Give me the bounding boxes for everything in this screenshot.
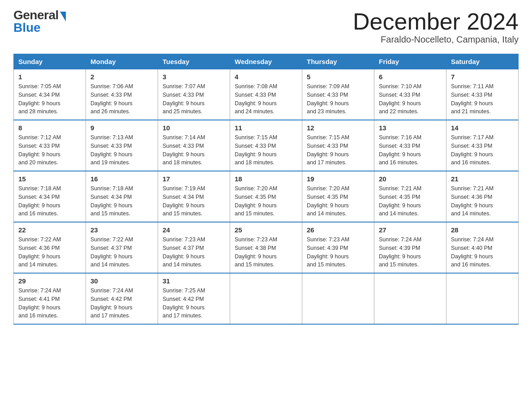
logo-blue-text: Blue [13, 21, 66, 34]
day-number: 19 [307, 175, 369, 183]
day-number: 15 [18, 175, 81, 183]
page-header: General Blue December 2024 Faraldo-Nocel… [13, 9, 519, 45]
day-number: 18 [235, 175, 297, 183]
calendar-cell [302, 273, 374, 324]
header-day-monday: Monday [86, 54, 158, 69]
header-day-saturday: Saturday [446, 54, 519, 69]
month-title: December 2024 [353, 9, 519, 34]
day-info: Sunrise: 7:24 AM Sunset: 4:40 PM Dayligh… [451, 235, 514, 269]
day-number: 10 [163, 124, 225, 132]
day-number: 22 [18, 226, 81, 234]
calendar-cell [374, 273, 446, 324]
header-day-sunday: Sunday [14, 54, 86, 69]
day-number: 8 [18, 124, 81, 132]
day-info: Sunrise: 7:24 AM Sunset: 4:42 PM Dayligh… [90, 287, 153, 320]
day-number: 21 [451, 175, 514, 183]
calendar-cell: 18 Sunrise: 7:20 AM Sunset: 4:35 PM Dayl… [230, 171, 302, 222]
calendar-week-4: 22 Sunrise: 7:22 AM Sunset: 4:36 PM Dayl… [14, 222, 519, 273]
day-info: Sunrise: 7:08 AM Sunset: 4:33 PM Dayligh… [235, 82, 297, 116]
day-number: 17 [163, 175, 225, 183]
day-number: 1 [18, 73, 81, 81]
calendar-cell: 30 Sunrise: 7:24 AM Sunset: 4:42 PM Dayl… [86, 273, 158, 324]
day-info: Sunrise: 7:20 AM Sunset: 4:35 PM Dayligh… [307, 184, 369, 218]
calendar-cell: 10 Sunrise: 7:14 AM Sunset: 4:33 PM Dayl… [158, 120, 230, 171]
header-day-friday: Friday [374, 54, 446, 69]
calendar-cell: 27 Sunrise: 7:24 AM Sunset: 4:39 PM Dayl… [374, 222, 446, 273]
calendar-cell: 9 Sunrise: 7:13 AM Sunset: 4:33 PM Dayli… [86, 120, 158, 171]
day-number: 6 [379, 73, 442, 81]
calendar-cell: 5 Sunrise: 7:09 AM Sunset: 4:33 PM Dayli… [302, 69, 374, 120]
day-number: 28 [451, 226, 514, 234]
calendar-cell: 24 Sunrise: 7:23 AM Sunset: 4:37 PM Dayl… [158, 222, 230, 273]
calendar-cell: 3 Sunrise: 7:07 AM Sunset: 4:33 PM Dayli… [158, 69, 230, 120]
day-info: Sunrise: 7:11 AM Sunset: 4:33 PM Dayligh… [451, 82, 514, 116]
day-number: 5 [307, 73, 369, 81]
day-info: Sunrise: 7:23 AM Sunset: 4:37 PM Dayligh… [163, 235, 225, 269]
calendar-cell: 6 Sunrise: 7:10 AM Sunset: 4:33 PM Dayli… [374, 69, 446, 120]
calendar-cell: 17 Sunrise: 7:19 AM Sunset: 4:34 PM Dayl… [158, 171, 230, 222]
day-info: Sunrise: 7:16 AM Sunset: 4:33 PM Dayligh… [379, 133, 442, 167]
day-info: Sunrise: 7:20 AM Sunset: 4:35 PM Dayligh… [235, 184, 297, 218]
calendar-cell: 14 Sunrise: 7:17 AM Sunset: 4:33 PM Dayl… [446, 120, 519, 171]
day-number: 24 [163, 226, 225, 234]
day-info: Sunrise: 7:10 AM Sunset: 4:33 PM Dayligh… [379, 82, 442, 116]
calendar-cell: 11 Sunrise: 7:15 AM Sunset: 4:33 PM Dayl… [230, 120, 302, 171]
calendar-cell: 13 Sunrise: 7:16 AM Sunset: 4:33 PM Dayl… [374, 120, 446, 171]
calendar-cell: 26 Sunrise: 7:23 AM Sunset: 4:39 PM Dayl… [302, 222, 374, 273]
header-day-thursday: Thursday [302, 54, 374, 69]
day-info: Sunrise: 7:13 AM Sunset: 4:33 PM Dayligh… [90, 133, 153, 167]
day-number: 13 [379, 124, 442, 132]
day-info: Sunrise: 7:17 AM Sunset: 4:33 PM Dayligh… [451, 133, 514, 167]
day-info: Sunrise: 7:15 AM Sunset: 4:33 PM Dayligh… [307, 133, 369, 167]
day-number: 23 [90, 226, 153, 234]
day-number: 3 [163, 73, 225, 81]
title-area: December 2024 Faraldo-Nocelleto, Campani… [353, 9, 519, 45]
day-number: 31 [163, 277, 225, 285]
day-info: Sunrise: 7:07 AM Sunset: 4:33 PM Dayligh… [163, 82, 225, 116]
calendar-cell: 22 Sunrise: 7:22 AM Sunset: 4:36 PM Dayl… [14, 222, 86, 273]
day-number: 12 [307, 124, 369, 132]
day-info: Sunrise: 7:05 AM Sunset: 4:34 PM Dayligh… [18, 82, 81, 116]
day-info: Sunrise: 7:09 AM Sunset: 4:33 PM Dayligh… [307, 82, 369, 116]
calendar-header: SundayMondayTuesdayWednesdayThursdayFrid… [14, 54, 519, 69]
calendar-cell: 21 Sunrise: 7:21 AM Sunset: 4:36 PM Dayl… [446, 171, 519, 222]
calendar-week-2: 8 Sunrise: 7:12 AM Sunset: 4:33 PM Dayli… [14, 120, 519, 171]
day-number: 2 [90, 73, 153, 81]
day-number: 30 [90, 277, 153, 285]
calendar-cell: 2 Sunrise: 7:06 AM Sunset: 4:33 PM Dayli… [86, 69, 158, 120]
day-number: 25 [235, 226, 297, 234]
header-day-wednesday: Wednesday [230, 54, 302, 69]
day-info: Sunrise: 7:18 AM Sunset: 4:34 PM Dayligh… [90, 184, 153, 218]
day-info: Sunrise: 7:23 AM Sunset: 4:39 PM Dayligh… [307, 235, 369, 269]
day-info: Sunrise: 7:25 AM Sunset: 4:42 PM Dayligh… [163, 287, 225, 320]
day-number: 14 [451, 124, 514, 132]
calendar-body: 1 Sunrise: 7:05 AM Sunset: 4:34 PM Dayli… [14, 69, 519, 325]
calendar-cell: 4 Sunrise: 7:08 AM Sunset: 4:33 PM Dayli… [230, 69, 302, 120]
logo-general-text: General [13, 9, 59, 21]
day-number: 16 [90, 175, 153, 183]
header-row: SundayMondayTuesdayWednesdayThursdayFrid… [14, 54, 519, 69]
day-info: Sunrise: 7:22 AM Sunset: 4:37 PM Dayligh… [90, 235, 153, 269]
day-info: Sunrise: 7:06 AM Sunset: 4:33 PM Dayligh… [90, 82, 153, 116]
day-number: 4 [235, 73, 297, 81]
day-info: Sunrise: 7:14 AM Sunset: 4:33 PM Dayligh… [163, 133, 225, 167]
calendar-table: SundayMondayTuesdayWednesdayThursdayFrid… [13, 54, 519, 325]
logo: General Blue [13, 9, 66, 34]
day-info: Sunrise: 7:21 AM Sunset: 4:36 PM Dayligh… [451, 184, 514, 218]
day-info: Sunrise: 7:15 AM Sunset: 4:33 PM Dayligh… [235, 133, 297, 167]
calendar-week-3: 15 Sunrise: 7:18 AM Sunset: 4:34 PM Dayl… [14, 171, 519, 222]
calendar-cell: 7 Sunrise: 7:11 AM Sunset: 4:33 PM Dayli… [446, 69, 519, 120]
day-info: Sunrise: 7:21 AM Sunset: 4:35 PM Dayligh… [379, 184, 442, 218]
header-day-tuesday: Tuesday [158, 54, 230, 69]
calendar-week-1: 1 Sunrise: 7:05 AM Sunset: 4:34 PM Dayli… [14, 69, 519, 120]
day-info: Sunrise: 7:23 AM Sunset: 4:38 PM Dayligh… [235, 235, 297, 269]
day-info: Sunrise: 7:24 AM Sunset: 4:39 PM Dayligh… [379, 235, 442, 269]
calendar-cell: 16 Sunrise: 7:18 AM Sunset: 4:34 PM Dayl… [86, 171, 158, 222]
day-info: Sunrise: 7:18 AM Sunset: 4:34 PM Dayligh… [18, 184, 81, 218]
day-number: 7 [451, 73, 514, 81]
calendar-cell: 23 Sunrise: 7:22 AM Sunset: 4:37 PM Dayl… [86, 222, 158, 273]
calendar-cell: 20 Sunrise: 7:21 AM Sunset: 4:35 PM Dayl… [374, 171, 446, 222]
calendar-cell: 29 Sunrise: 7:24 AM Sunset: 4:41 PM Dayl… [14, 273, 86, 324]
day-number: 20 [379, 175, 442, 183]
calendar-cell: 19 Sunrise: 7:20 AM Sunset: 4:35 PM Dayl… [302, 171, 374, 222]
